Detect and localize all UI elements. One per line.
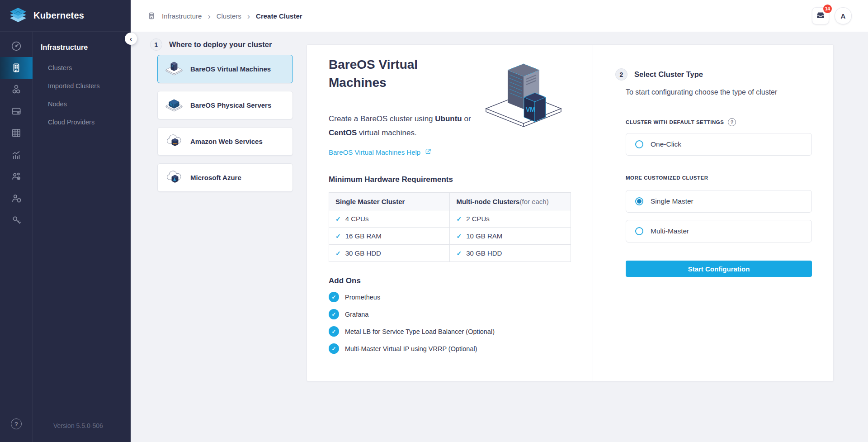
- addon-prometheus: ✓ Prometheus: [329, 292, 495, 302]
- brand: Kubernetes: [0, 0, 131, 32]
- step1-title: Where to deploy your cluster: [169, 40, 272, 49]
- step2-number-badge: 2: [615, 68, 627, 81]
- option-microsoft-azure[interactable]: Microsoft Azure: [157, 163, 293, 192]
- avatar-initial: A: [841, 12, 846, 20]
- panel-divider: [593, 45, 593, 381]
- option-label: Microsoft Azure: [190, 174, 241, 181]
- keys-icon[interactable]: [0, 209, 33, 231]
- hardware-requirements-table: Single Master Cluster Multi-node Cluster…: [329, 192, 571, 262]
- addon-metal-lb: ✓ Metal LB for Service Type Load Balance…: [329, 326, 495, 337]
- option-amazon-web-services[interactable]: aws Amazon Web Services: [157, 127, 293, 156]
- user-management-icon[interactable]: [0, 166, 33, 187]
- addon-vrrp: ✓ Multi-Master Virtual IP using VRRP (Op…: [329, 343, 495, 354]
- breadcrumb-clusters[interactable]: Clusters: [217, 12, 241, 20]
- avatar[interactable]: A: [835, 7, 852, 24]
- step1-header: 1 Where to deploy your cluster: [150, 38, 272, 51]
- topbar-actions: 14 A: [812, 7, 852, 24]
- icon-rail: ?: [0, 32, 33, 442]
- step1-number-badge: 1: [150, 38, 162, 51]
- breadcrumb-separator-icon: ›: [208, 12, 210, 20]
- addons-title: Add Ons: [329, 276, 361, 285]
- create-cluster-page: Kubernetes: [0, 0, 868, 442]
- brand-name: Kubernetes: [33, 10, 84, 21]
- breadcrumb-infrastructure[interactable]: Infrastructure: [162, 12, 202, 20]
- option-bareos-virtual-machines[interactable]: BareOS Virtual Machines: [157, 55, 293, 83]
- svg-text:aws: aws: [173, 142, 177, 145]
- cluster-detail-panel: BareOS Virtual Machines VM Create a Bare…: [307, 44, 834, 381]
- sidebar-item-nodes[interactable]: Nodes: [41, 95, 131, 113]
- breadcrumb-separator-icon: ›: [247, 12, 250, 20]
- multi-master-radio[interactable]: [635, 227, 643, 235]
- help-link-label: BareOS Virtual Machines Help: [329, 148, 420, 156]
- check-icon: ✓: [456, 215, 462, 223]
- addon-grafana: ✓ Grafana: [329, 309, 495, 319]
- breadcrumb-create-cluster: Create Cluster: [256, 12, 302, 20]
- infrastructure-breadcrumb-icon: [147, 11, 156, 20]
- customized-cluster-label: MORE CUSTOMIZED CLUSTER: [626, 175, 708, 181]
- column-header-single-master: Single Master Cluster: [329, 193, 450, 210]
- vm-illustration: VM: [484, 55, 563, 131]
- check-circle-icon: ✓: [329, 292, 339, 302]
- table-row: ✓4 CPUs ✓2 CPUs: [329, 210, 571, 228]
- detail-title: BareOS Virtual Machines: [329, 56, 418, 92]
- aws-cloud-icon: aws: [164, 132, 184, 152]
- topbar: Infrastructure › Clusters › Create Clust…: [131, 0, 868, 32]
- step2-subtitle: To start configurating choose the type o…: [626, 88, 777, 96]
- sidebar-item-imported-clusters[interactable]: Imported Clusters: [41, 77, 131, 95]
- check-circle-icon: ✓: [329, 343, 339, 354]
- default-settings-label: CLUSTER WITH DEFAULT SETTINGS ?: [626, 118, 736, 126]
- notification-count-badge: 14: [823, 5, 832, 13]
- step2-header: 2 Select Cluster Type: [615, 68, 703, 81]
- sidebar-collapse-button[interactable]: ‹: [125, 33, 137, 45]
- addons-list: ✓ Prometheus ✓ Grafana ✓ Metal LB for Se…: [329, 292, 495, 354]
- external-link-icon: [425, 148, 432, 157]
- access-control-icon[interactable]: [0, 187, 33, 209]
- option-bareos-physical-servers[interactable]: BareOS Physical Servers: [157, 91, 293, 119]
- version-label: Version 5.5.0-506: [53, 422, 103, 429]
- sidebar-menu: Infrastructure Clusters Imported Cluster…: [33, 32, 131, 442]
- cluster-type-one-click[interactable]: One-Click: [626, 133, 812, 156]
- hardware-requirements-title: Minimum Hardware Requirements: [329, 175, 453, 184]
- check-icon: ✓: [456, 233, 462, 240]
- table-row: ✓30 GB HDD ✓30 GB HDD: [329, 245, 571, 262]
- bareos-vm-icon: [164, 59, 184, 79]
- detail-description: Create a BareOS cluster using Ubuntu or …: [329, 112, 488, 140]
- help-icon[interactable]: ?: [0, 413, 33, 435]
- menu-title-infrastructure[interactable]: Infrastructure: [41, 43, 131, 52]
- start-configuration-button[interactable]: Start Configuration: [626, 261, 812, 277]
- bareos-help-link[interactable]: BareOS Virtual Machines Help: [329, 148, 432, 157]
- sidebar: Kubernetes: [0, 0, 131, 442]
- option-label: BareOS Virtual Machines: [190, 65, 271, 73]
- apps-icon[interactable]: [0, 122, 33, 144]
- question-glyph: ?: [14, 421, 18, 428]
- cluster-type-single-master[interactable]: Single Master: [626, 190, 812, 213]
- azure-cloud-icon: [164, 168, 184, 188]
- single-master-radio[interactable]: [635, 197, 643, 205]
- sidebar-item-clusters[interactable]: Clusters: [41, 59, 131, 77]
- option-label: BareOS Physical Servers: [190, 101, 271, 109]
- dashboard-icon[interactable]: [0, 35, 33, 57]
- check-icon: ✓: [335, 233, 341, 240]
- check-icon: ✓: [335, 250, 341, 257]
- check-icon: ✓: [335, 215, 341, 223]
- storage-icon[interactable]: [0, 100, 33, 122]
- monitoring-icon[interactable]: [0, 144, 33, 166]
- help-circle-icon[interactable]: ?: [728, 118, 736, 126]
- one-click-radio[interactable]: [635, 140, 643, 148]
- sidebar-item-cloud-providers[interactable]: Cloud Providers: [41, 113, 131, 131]
- bareos-physical-icon: [164, 95, 184, 115]
- infrastructure-icon[interactable]: [0, 57, 33, 79]
- option-label: Amazon Web Services: [190, 138, 263, 145]
- notifications-button[interactable]: 14: [812, 7, 829, 24]
- breadcrumb: Infrastructure › Clusters › Create Clust…: [147, 11, 302, 20]
- check-icon: ✓: [456, 250, 462, 257]
- step2-title: Select Cluster Type: [634, 70, 703, 79]
- check-circle-icon: ✓: [329, 309, 339, 319]
- column-header-multi-node: Multi-node Clusters(for each): [450, 193, 571, 210]
- chevron-left-icon: ‹: [130, 35, 132, 43]
- cluster-type-multi-master[interactable]: Multi-Master: [626, 220, 812, 242]
- sidebar-body: ? Infrastructure Clusters Imported Clust…: [0, 32, 131, 442]
- deploy-target-list: BareOS Virtual Machines BareOS Physical …: [157, 55, 293, 192]
- workloads-icon[interactable]: [0, 79, 33, 100]
- svg-text:VM: VM: [526, 106, 535, 113]
